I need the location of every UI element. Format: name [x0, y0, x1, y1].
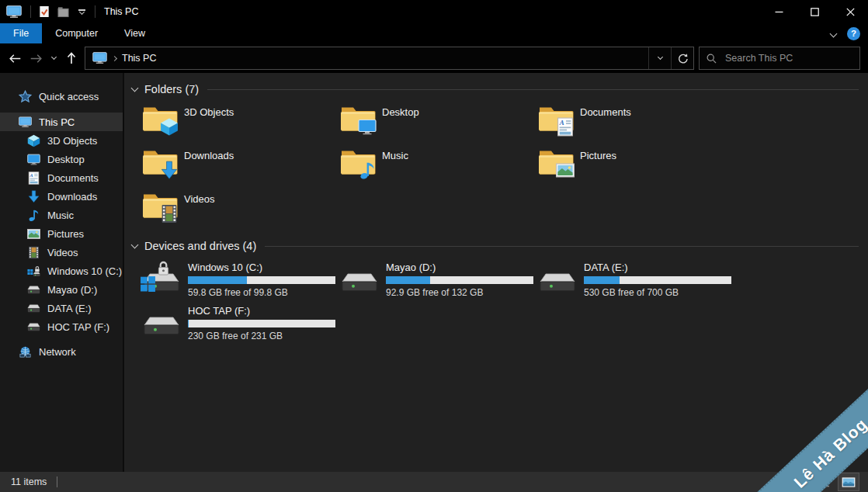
qat-customize-button[interactable]: [72, 2, 91, 21]
folder-tile-pictures[interactable]: Pictures: [538, 146, 726, 189]
capacity-bar: [584, 276, 731, 284]
pictures-icon: [556, 161, 575, 180]
sidebar-item-downloads[interactable]: Downloads: [0, 187, 123, 206]
sidebar-item-quick-access[interactable]: Quick access: [0, 87, 123, 106]
sidebar-item-mayao-d[interactable]: Mayao (D:): [0, 280, 123, 299]
folder-icon: [142, 104, 178, 135]
sidebar-item-windows-10-c[interactable]: Windows 10 (C:): [0, 262, 123, 280]
drive-info: Windows 10 (C:)59.8 GB free of 99.8 GB: [188, 261, 335, 303]
chevron-down-icon: [830, 30, 838, 38]
drives-section-header[interactable]: Devices and drives (4): [132, 237, 862, 255]
sidebar-item-desktop[interactable]: Desktop: [0, 150, 123, 168]
drive-info: HOC TAP (F:)230 GB free of 231 GB: [188, 304, 335, 346]
folder-tile-3d-objects[interactable]: 3D Objects: [142, 102, 330, 146]
titlebar-separator: [30, 5, 31, 18]
thumbnails-view-button[interactable]: [838, 473, 859, 490]
address-location[interactable]: This PC: [122, 53, 156, 64]
breadcrumb-chevron-icon[interactable]: [112, 55, 117, 61]
drive-tile-mayao-d[interactable]: Mayao (D:)92.9 GB free of 132 GB: [340, 259, 528, 303]
menubar-right: ?: [831, 23, 868, 43]
drive-icon: [27, 283, 40, 296]
drive-name: Windows 10 (C:): [188, 261, 335, 274]
sidebar-item-label: Network: [39, 346, 76, 358]
drive-base: [341, 272, 378, 295]
back-button[interactable]: [5, 48, 26, 69]
chevron-down-icon: [657, 54, 662, 60]
sidebar-item-pictures[interactable]: Pictures: [0, 224, 123, 243]
folder-tile-videos[interactable]: Videos: [142, 189, 330, 233]
help-button[interactable]: ?: [847, 27, 860, 40]
folder-tile-desktop[interactable]: Desktop: [340, 102, 528, 146]
sidebar-item-label: Videos: [47, 247, 78, 258]
drive-tile-hoc-tap-f[interactable]: HOC TAP (F:)230 GB free of 231 GB: [142, 303, 330, 346]
sidebar-item-data-e[interactable]: DATA (E:): [0, 299, 123, 317]
folder-name: Music: [382, 150, 408, 161]
sidebar-item-videos[interactable]: Videos: [0, 243, 123, 262]
sidebar-item-hoc-tap-f[interactable]: HOC TAP (F:): [0, 317, 123, 336]
downloads-icon: [160, 161, 179, 180]
sidebar-item-label: This PC: [39, 116, 75, 128]
content-pane: Folders (7) 3D ObjectsDesktopADocumentsD…: [124, 73, 868, 472]
sidebar-item-documents[interactable]: ADocuments: [0, 168, 123, 187]
navigation-pane: Quick accessThis PC3D ObjectsDesktopADoc…: [0, 73, 124, 472]
sidebar-item-label: Music: [47, 210, 74, 221]
drives-section-title: Devices and drives (4): [144, 240, 256, 252]
folder-tile-music[interactable]: Music: [340, 146, 528, 189]
tab-computer[interactable]: Computer: [42, 23, 111, 43]
drive-info: DATA (E:)530 GB free of 700 GB: [584, 261, 731, 303]
sidebar-item-label: Windows 10 (C:): [47, 265, 122, 277]
sidebar-item-music[interactable]: Music: [0, 206, 123, 224]
drive-icon: [340, 261, 380, 298]
tab-view[interactable]: View: [111, 23, 158, 43]
sidebar-item-3d-objects[interactable]: 3D Objects: [0, 131, 123, 150]
sidebar-item-label: DATA (E:): [47, 303, 92, 314]
qat-new-folder-button[interactable]: [54, 2, 72, 21]
drive-name: DATA (E:): [584, 261, 731, 274]
sidebar-item-label: 3D Objects: [47, 135, 97, 147]
drive-info: Mayao (D:)92.9 GB free of 132 GB: [386, 261, 533, 303]
minimize-button[interactable]: [761, 0, 797, 23]
search-input[interactable]: [724, 52, 852, 64]
drive-name: Mayao (D:): [386, 261, 533, 274]
folder-tile-documents[interactable]: ADocuments: [538, 102, 726, 146]
sidebar-item-network[interactable]: Network: [0, 342, 123, 361]
tab-file[interactable]: File: [0, 23, 42, 43]
drive-tile-windows-10-c[interactable]: Windows 10 (C:)59.8 GB free of 99.8 GB: [142, 259, 330, 303]
downloads-icon: [27, 190, 40, 203]
collapse-chevron-icon[interactable]: [131, 241, 139, 249]
address-dropdown-button[interactable]: [648, 47, 671, 69]
recent-locations-button[interactable]: [47, 48, 61, 69]
refresh-button[interactable]: [671, 47, 693, 69]
folder-name: Desktop: [382, 106, 419, 118]
folder-icon: [340, 104, 376, 135]
address-bar[interactable]: This PC: [85, 47, 694, 70]
address-breadcrumb[interactable]: This PC: [85, 47, 648, 69]
folders-section-header[interactable]: Folders (7): [132, 81, 862, 98]
sidebar-item-label: Pictures: [47, 228, 84, 240]
close-button[interactable]: [832, 0, 868, 23]
drive-tile-data-e[interactable]: DATA (E:)530 GB free of 700 GB: [538, 259, 726, 303]
capacity-bar: [188, 276, 335, 284]
drive-base: [539, 272, 576, 295]
search-box[interactable]: [699, 47, 860, 70]
expand-ribbon-button[interactable]: [831, 28, 836, 39]
videos-icon: [27, 246, 40, 259]
sidebar-item-label: Quick access: [39, 91, 99, 102]
folder-tile-downloads[interactable]: Downloads: [142, 146, 330, 189]
new-folder-icon: [57, 6, 69, 18]
qat-properties-button[interactable]: [35, 2, 54, 21]
drive-icon: [27, 320, 40, 334]
sidebar-item-this-pc[interactable]: This PC: [0, 113, 123, 131]
drive-free-space: 92.9 GB free of 132 GB: [386, 287, 533, 299]
folder-icon: [142, 147, 178, 178]
desktop-icon: [358, 117, 377, 137]
up-button[interactable]: [61, 48, 82, 69]
sidebar-item-label: Mayao (D:): [47, 284, 97, 296]
maximize-button[interactable]: [797, 0, 832, 23]
collapse-chevron-icon[interactable]: [131, 85, 139, 92]
documents-icon: A: [27, 172, 40, 185]
folder-icon: A: [538, 104, 574, 135]
sidebar-item-label: Desktop: [47, 154, 85, 165]
capacity-fill: [584, 276, 620, 284]
forward-button[interactable]: [26, 48, 47, 69]
